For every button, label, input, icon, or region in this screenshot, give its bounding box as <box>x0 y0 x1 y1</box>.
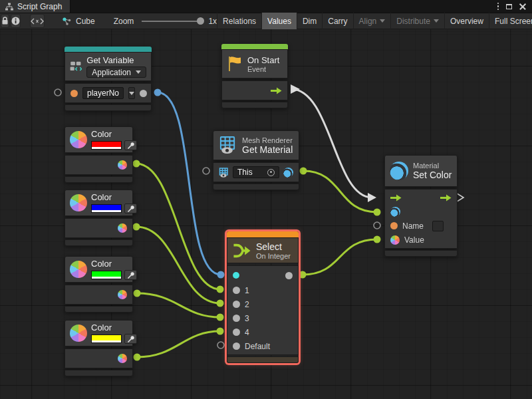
node-header[interactable]: Color <box>65 126 133 153</box>
lock-button[interactable] <box>1 14 9 28</box>
name-input-port[interactable] <box>390 222 398 229</box>
component-name: Mesh Renderer <box>242 136 293 144</box>
color-swatch[interactable] <box>91 334 122 343</box>
color-output-port[interactable] <box>118 354 127 363</box>
node-title: Set Color <box>413 170 452 180</box>
node-header[interactable]: Mesh Renderer Get Material <box>213 130 299 160</box>
graph-hierarchy-icon <box>5 3 13 11</box>
overview-button[interactable]: Overview <box>444 13 489 29</box>
dim-toggle[interactable]: Dim <box>297 13 322 29</box>
exec-output-port[interactable] <box>271 87 282 94</box>
unconnected-port-setcolor-name <box>374 222 380 229</box>
variable-name-field[interactable]: playerNo <box>82 87 124 99</box>
color-output-port[interactable] <box>118 290 127 299</box>
zoom-slider-handle[interactable] <box>197 17 204 25</box>
carry-toggle[interactable]: Carry <box>322 13 352 29</box>
node-footer <box>227 356 299 363</box>
color-swatch[interactable] <box>91 271 122 279</box>
node-header[interactable]: On Start Event <box>221 49 288 78</box>
node-color-red[interactable]: Color <box>65 126 133 183</box>
zoom-slider[interactable] <box>142 21 203 22</box>
toolbar-toggles: Relations Values Dim Carry Align Distrib… <box>217 13 532 29</box>
eyedropper-icon <box>127 335 135 343</box>
node-set-color[interactable]: Material Set Color Name <box>384 155 458 257</box>
exec-input-port[interactable] <box>390 194 402 201</box>
renderer-input-port[interactable] <box>219 168 229 178</box>
option-port-3[interactable] <box>233 315 240 322</box>
distribute-menu-button[interactable]: Distribute <box>390 13 444 29</box>
name-input-field[interactable] <box>432 221 444 231</box>
eyedropper-button[interactable] <box>124 203 137 213</box>
node-header[interactable]: Select On Integer <box>227 237 299 263</box>
option-port-default[interactable] <box>233 342 240 350</box>
fullscreen-button[interactable]: Full Screen <box>489 13 532 29</box>
option-port-4[interactable] <box>233 329 240 336</box>
node-header[interactable]: Color <box>65 320 133 346</box>
color-swatch[interactable] <box>91 141 122 150</box>
selector-input-port[interactable] <box>233 272 239 279</box>
material-icon <box>390 162 408 180</box>
wire-color3-to-select <box>137 293 220 317</box>
zoom-label: Zoom <box>114 17 134 26</box>
object-picker-icon[interactable] <box>267 169 275 176</box>
selection-output-port[interactable] <box>285 272 293 279</box>
select-color-bar <box>227 231 299 237</box>
color-wheel-icon <box>70 194 87 211</box>
node-color-blue[interactable]: Color <box>65 190 133 246</box>
node-get-material[interactable]: Mesh Renderer Get Material This <box>213 130 299 190</box>
window-tab-bar: Script Graph <box>0 0 532 13</box>
node-title: Color <box>91 192 137 202</box>
variable-name-port[interactable] <box>70 90 78 97</box>
swatch-color <box>92 271 121 277</box>
window-menu-icon[interactable] <box>497 3 499 11</box>
relations-toggle[interactable]: Relations <box>217 13 261 29</box>
node-select[interactable]: Select On Integer 1 2 3 <box>227 231 299 363</box>
swatch-color <box>92 335 121 340</box>
code-view-button[interactable] <box>30 14 45 28</box>
option-port-1[interactable] <box>233 287 240 294</box>
unconnected-port-select-default <box>217 342 224 348</box>
option-port-2[interactable] <box>233 301 240 308</box>
graph-name: Cube <box>76 17 95 26</box>
eyedropper-button[interactable] <box>124 334 137 344</box>
material-input-port[interactable] <box>390 207 400 217</box>
chevron-down-icon <box>380 19 385 23</box>
node-on-start[interactable]: On Start Event <box>221 44 288 108</box>
color-output-port[interactable] <box>118 223 127 233</box>
node-title: Get Material <box>242 144 293 155</box>
color-wheel-icon <box>70 261 87 278</box>
node-header[interactable]: Color <box>65 256 133 283</box>
align-menu-button[interactable]: Align <box>353 13 391 29</box>
wire-playerno-to-select <box>158 92 221 275</box>
mesh-renderer-icon <box>218 136 237 155</box>
info-button[interactable] <box>11 14 21 28</box>
node-color-yellow[interactable]: Color <box>65 320 133 376</box>
node-footer <box>384 250 458 257</box>
window-close-icon[interactable] <box>519 3 526 10</box>
eyedropper-button[interactable] <box>124 270 137 280</box>
material-output-port[interactable] <box>283 168 293 178</box>
node-get-variable[interactable]: Get Variable Application playerNo <box>65 47 152 111</box>
values-toggle[interactable]: Values <box>261 13 297 29</box>
node-header[interactable]: Color <box>65 190 133 216</box>
node-subtitle: Event <box>247 65 279 73</box>
variable-scope-dropdown[interactable]: Application <box>86 66 146 78</box>
node-color-green[interactable]: Color <box>65 256 133 313</box>
color-input-port[interactable] <box>390 235 400 245</box>
window-controls <box>497 0 532 13</box>
graph-target-button[interactable]: Cube <box>62 17 95 26</box>
graph-canvas[interactable]: Get Variable Application playerNo <box>0 29 532 399</box>
exec-output-port[interactable] <box>440 194 452 201</box>
variable-picker-button[interactable] <box>128 87 135 99</box>
tab-script-graph[interactable]: Script Graph <box>0 0 70 13</box>
color-output-port[interactable] <box>118 160 127 170</box>
swatch-alpha-bar <box>92 277 121 279</box>
window-maximize-icon[interactable] <box>506 4 512 9</box>
color-swatch[interactable] <box>91 204 122 213</box>
eyedropper-button[interactable] <box>124 140 137 150</box>
value-output-port[interactable] <box>140 90 147 97</box>
swatch-color <box>92 142 121 147</box>
node-header[interactable]: Material Set Color <box>384 155 458 187</box>
target-object-field[interactable]: This <box>233 166 279 178</box>
node-header[interactable]: Get Variable Application <box>65 52 152 81</box>
